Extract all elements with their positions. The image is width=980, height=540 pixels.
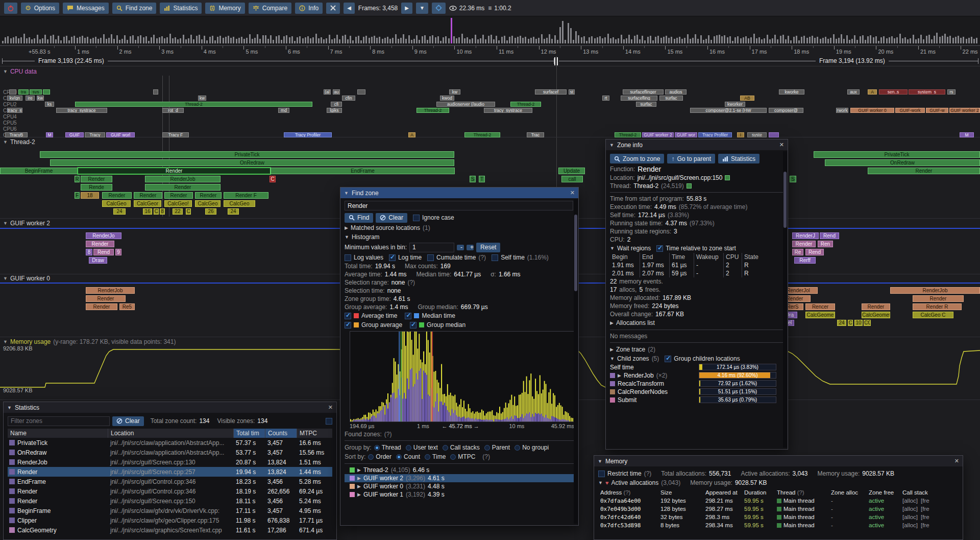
collapse-icon[interactable]: ▼ bbox=[3, 139, 8, 145]
timeline-zone[interactable]: kv/gn bbox=[7, 96, 22, 101]
collapse-icon[interactable]: ▶ bbox=[345, 225, 348, 230]
timeline-zone[interactable]: GUIF-w bbox=[926, 108, 948, 113]
timeline-zone[interactable]: A bbox=[868, 89, 877, 95]
timeline-zone[interactable]: BeginFrame bbox=[0, 168, 78, 174]
reset-button[interactable]: Reset bbox=[476, 243, 500, 252]
child-zone-row[interactable]: CalcRenderNodes51.51 µs (1.15%) bbox=[610, 388, 783, 396]
timeline-zone[interactable]: au bbox=[333, 89, 340, 95]
info-button[interactable]: Info bbox=[295, 3, 323, 14]
timeline-zone[interactable]: rot_d bbox=[162, 108, 184, 113]
timeline-zone[interactable]: GUIF-work bbox=[895, 108, 925, 113]
legend-checkbox[interactable] bbox=[345, 313, 351, 319]
timeline-zone[interactable]: sen..s bbox=[879, 89, 908, 95]
stats-row[interactable]: OnRedrawjni/../jni/src/claw/application/… bbox=[8, 448, 332, 457]
timeline-zone[interactable]: C bbox=[186, 208, 191, 215]
timeline-zone[interactable]: Re5 bbox=[119, 303, 135, 310]
timeline-zone[interactable]: TracyB bbox=[5, 132, 28, 137]
timeline-zone[interactable]: Render bbox=[913, 295, 964, 302]
timeline-zone[interactable]: S bbox=[470, 176, 476, 182]
close-icon[interactable]: ✕ bbox=[328, 404, 333, 411]
memory-button[interactable]: Memory bbox=[205, 3, 244, 14]
timeline-zone[interactable]: tracy_systrace bbox=[56, 108, 107, 113]
timeline-zone[interactable]: CalcGeo bbox=[102, 200, 131, 207]
statistics-button[interactable]: Statistics bbox=[160, 3, 202, 14]
timeline-zone[interactable]: Render bbox=[145, 184, 220, 191]
sort-by-count[interactable]: Count bbox=[396, 453, 420, 460]
timeline-zone[interactable]: ire bbox=[26, 96, 35, 101]
timeline-zone[interactable]: GUIF worker 2 bbox=[642, 132, 674, 137]
timeline-zone[interactable]: M bbox=[46, 132, 53, 137]
restrict-time-checkbox[interactable] bbox=[598, 471, 605, 477]
timeline-zone[interactable]: GUIF worker 0 bbox=[850, 108, 894, 113]
wait-region-row[interactable]: 1.91 ms1.97 ms61 µs-2R bbox=[610, 261, 764, 269]
zone-group-row[interactable]: ▶GUIF worker 0(3,231)4.48 s bbox=[345, 482, 574, 490]
timeline-zone[interactable]: Ren bbox=[818, 241, 833, 247]
legend-checkbox[interactable] bbox=[405, 313, 411, 319]
collapse-icon[interactable]: ▶ bbox=[357, 476, 361, 481]
compare-button[interactable]: Compare bbox=[249, 3, 291, 14]
stats-column-header[interactable]: Total tim bbox=[233, 429, 265, 438]
zoom-to-zone-button[interactable]: Zoom to zone bbox=[610, 154, 664, 163]
timeline-zone[interactable]: Update bbox=[558, 168, 585, 174]
timeline-zone[interactable]: GUIF worl bbox=[106, 132, 135, 137]
timeline-zone[interactable]: CalcGeor bbox=[134, 200, 161, 207]
timeline-zone[interactable]: tracy_syn bbox=[7, 108, 22, 113]
timeline-zone[interactable]: ks bbox=[45, 102, 54, 107]
collapse-icon[interactable]: ▼ bbox=[7, 405, 12, 410]
timeline-zone[interactable]: Thread-2 bbox=[75, 102, 312, 107]
find-button[interactable]: Find bbox=[345, 213, 373, 223]
timeline-zone[interactable]: Tracy bbox=[85, 132, 105, 137]
stats-row[interactable]: EndFramejni/../jni/src/guif/Control.cpp:… bbox=[8, 477, 332, 486]
timeline-zone[interactable]: Thread-2 bbox=[510, 102, 541, 107]
next-frame-button[interactable]: ▶ bbox=[401, 3, 412, 14]
stats-row[interactable]: BeginFramejni/../jni/src/claw/gfx/drv/vk… bbox=[8, 506, 332, 515]
allocations-column-header[interactable]: Size bbox=[658, 489, 703, 496]
collapse-icon[interactable]: ▼ bbox=[610, 246, 615, 251]
collapse-icon[interactable]: ▼ bbox=[598, 459, 602, 464]
timeline-zone[interactable]: 24 bbox=[837, 320, 846, 326]
thread-header-guif-worker-2[interactable]: ▼GUIF worker 2 bbox=[3, 220, 50, 227]
timeline-zone[interactable]: RenderJob bbox=[145, 176, 220, 182]
sort-by-time[interactable]: Time bbox=[425, 453, 446, 460]
timeline-zone[interactable]: Render bbox=[195, 192, 222, 199]
callstack-free-link[interactable]: [fre bbox=[921, 522, 929, 528]
thread-header-thread-2[interactable]: ▼Thread-2 bbox=[3, 138, 35, 146]
tools-button[interactable] bbox=[326, 3, 340, 14]
callstack-alloc-link[interactable]: [alloc] bbox=[902, 506, 918, 512]
timeline-zone[interactable]: call bbox=[561, 176, 583, 182]
ignore-case-checkbox[interactable] bbox=[413, 215, 420, 221]
timeline-zone[interactable]: kw bbox=[37, 96, 44, 101]
timeline-zone[interactable]: sys bbox=[30, 89, 42, 95]
clear-filter-button[interactable]: Clear bbox=[112, 416, 144, 426]
group-by-no-groupi[interactable]: No groupi bbox=[514, 444, 549, 451]
power-button[interactable] bbox=[4, 3, 17, 14]
collapse-icon[interactable]: ▼ bbox=[3, 339, 8, 344]
timeline-zone[interactable]: R bbox=[75, 176, 80, 182]
timeline-zone[interactable]: CalcGeo! bbox=[164, 200, 192, 207]
timeline-zone[interactable]: GUIF wor bbox=[675, 132, 697, 137]
cpu-data-header[interactable]: ▼CPU data bbox=[3, 68, 37, 75]
relative-time-checkbox[interactable] bbox=[656, 245, 663, 252]
timeline-zone[interactable]: kw bbox=[449, 89, 460, 95]
sort-by-order[interactable]: Order bbox=[368, 453, 391, 460]
timeline-zone[interactable]: kwod bbox=[440, 96, 454, 101]
timeline-zone[interactable]: Rencer bbox=[805, 303, 835, 310]
bin-increase-button[interactable]: + bbox=[467, 245, 474, 250]
allocation-row[interactable]: 0x7dfaa64e00192 bytes298.21 ms59.95 sMai… bbox=[598, 497, 959, 505]
timeline-zone[interactable]: Render bbox=[134, 192, 162, 199]
frame-select-button[interactable]: ▼ bbox=[416, 3, 428, 14]
collapse-icon[interactable]: ▶ bbox=[357, 467, 361, 473]
stats-row[interactable]: CalcGeometryjni/../jni/src/claw/graphics… bbox=[8, 525, 332, 535]
timeline-zone[interactable]: Rend bbox=[93, 249, 114, 255]
timeline-zone[interactable]: syste bbox=[747, 132, 767, 137]
timeline-zone[interactable]: C bbox=[154, 208, 159, 215]
stats-option-checkbox[interactable] bbox=[326, 418, 332, 425]
log-values-checkbox[interactable] bbox=[345, 254, 351, 261]
timeline-zone[interactable]: Draw bbox=[89, 257, 107, 264]
timeline-zone[interactable]: C bbox=[848, 320, 853, 326]
timeline-zone[interactable]: Render bbox=[86, 303, 117, 310]
min-bin-input[interactable] bbox=[409, 243, 454, 252]
legend-checkbox[interactable] bbox=[410, 322, 416, 328]
timeline-zone[interactable]: Re bbox=[792, 249, 803, 255]
timeline-zone[interactable]: Trac bbox=[527, 132, 544, 137]
